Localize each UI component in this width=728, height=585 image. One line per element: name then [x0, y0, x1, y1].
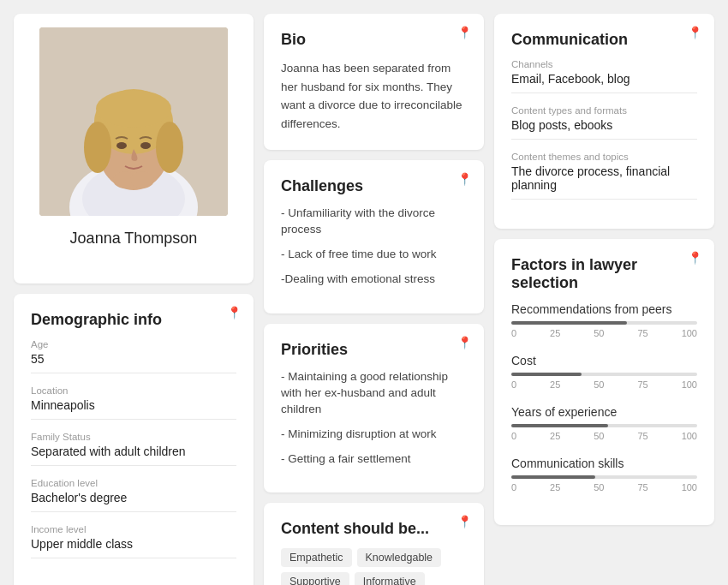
factor-item: Communication skills0255075100: [511, 457, 697, 492]
demo-title: Demographic info: [31, 311, 236, 329]
svg-point-7: [156, 122, 183, 173]
slider-labels: 0255075100: [511, 482, 697, 492]
tags-container: EmpatheticKnowledgableSupportiveInformat…: [281, 548, 467, 585]
field-value: Bachelor's degree: [31, 491, 236, 512]
slider-label: 100: [682, 431, 697, 441]
slider-label: 75: [637, 482, 647, 492]
factor-slider-fill: [511, 321, 627, 325]
priorities-title: Priorities: [281, 341, 467, 359]
field-value: 55: [31, 352, 236, 373]
slider-labels: 0255075100: [511, 328, 697, 338]
factor-name: Cost: [511, 354, 697, 367]
comm-title: Communication: [511, 31, 697, 49]
slider-label: 100: [682, 379, 697, 390]
bio-card: 📍 Bio Joanna has been separated from her…: [264, 14, 484, 150]
priorities-list: - Maintaining a good relationship with h…: [281, 369, 467, 467]
bio-pin-icon: 📍: [457, 26, 472, 39]
comm-pin-icon: 📍: [688, 26, 702, 39]
challenges-title: Challenges: [281, 177, 467, 195]
slider-label: 0: [511, 379, 516, 390]
comm-section: Content types and formatsBlog posts, ebo…: [511, 105, 697, 140]
comm-section-label: Channels: [511, 59, 697, 69]
field-label: Education level: [31, 478, 236, 488]
demographic-field: Age55: [31, 339, 236, 373]
svg-point-8: [96, 90, 171, 128]
comm-section-value: Email, Facebook, blog: [511, 72, 697, 93]
slider-label: 50: [594, 379, 604, 390]
factor-item: Years of experience0255075100: [511, 405, 697, 441]
communication-card: 📍 Communication ChannelsEmail, Facebook,…: [494, 14, 714, 229]
profile-image: [39, 27, 228, 216]
slider-label: 0: [511, 482, 516, 492]
comm-section-label: Content themes and topics: [511, 152, 697, 162]
factors-pin-icon: 📍: [688, 251, 702, 265]
priority-item: - Maintaining a good relationship with h…: [281, 369, 467, 418]
demo-fields: Age55LocationMinneapolisFamily StatusSep…: [31, 339, 236, 558]
bio-text: Joanna has been separated from her husba…: [281, 59, 467, 133]
slider-label: 0: [511, 328, 516, 338]
slider-labels: 0255075100: [511, 379, 697, 390]
factor-slider-track[interactable]: [511, 321, 697, 325]
content-tag: Supportive: [281, 572, 349, 585]
priority-item: - Getting a fair settlement: [281, 451, 467, 468]
factors-card: 📍 Factors in lawyer selection Recommenda…: [494, 239, 714, 525]
slider-label: 50: [594, 328, 604, 338]
demographic-field: Family StatusSeparated with adult childr…: [31, 432, 236, 466]
priorities-pin-icon: 📍: [457, 336, 472, 349]
bio-title: Bio: [281, 31, 467, 49]
field-label: Family Status: [31, 432, 236, 442]
demographic-card: 📍 Demographic info Age55LocationMinneapo…: [14, 294, 254, 585]
content-title: Content should be...: [281, 520, 467, 538]
comm-section-value: Blog posts, ebooks: [511, 118, 697, 140]
content-tag: Knowledgable: [357, 548, 442, 567]
factor-slider-fill: [511, 424, 608, 427]
slider-labels: 0255075100: [511, 431, 697, 441]
challenges-card: 📍 Challenges - Unfamiliarity with the di…: [264, 160, 484, 313]
field-label: Age: [31, 339, 236, 349]
factor-item: Recommendations from peers0255075100: [511, 302, 697, 338]
priority-item: - Minimizing disruption at work: [281, 427, 467, 443]
comm-section: Content themes and topicsThe divorce pro…: [511, 152, 697, 200]
slider-label: 25: [550, 379, 560, 390]
demographic-field: LocationMinneapolis: [31, 385, 236, 420]
factors-title: Factors in lawyer selection: [511, 256, 697, 292]
challenges-list: - Unfamiliarity with the divorce process…: [281, 206, 467, 288]
content-card: 📍 Content should be... EmpatheticKnowled…: [264, 503, 484, 585]
factor-slider-fill: [511, 475, 595, 479]
slider-label: 0: [511, 431, 516, 441]
slider-label: 50: [594, 482, 604, 492]
factor-name: Recommendations from peers: [511, 302, 697, 316]
field-value: Minneapolis: [31, 398, 236, 420]
profile-name: Joanna Thompson: [70, 230, 198, 248]
slider-label: 25: [550, 431, 560, 441]
field-value: Separated with adult children: [31, 445, 236, 466]
demographic-field: Education levelBachelor's degree: [31, 478, 236, 512]
content-pin-icon: 📍: [457, 515, 472, 528]
factor-item: Cost0255075100: [511, 354, 697, 390]
svg-point-6: [84, 122, 111, 173]
comm-section: ChannelsEmail, Facebook, blog: [511, 59, 697, 93]
slider-label: 75: [637, 431, 647, 441]
challenge-item: - Lack of free time due to work: [281, 247, 467, 263]
demo-pin-icon: 📍: [227, 306, 242, 319]
demographic-field: Income levelUpper middle class: [31, 524, 236, 558]
svg-point-10: [140, 142, 151, 149]
slider-label: 100: [682, 482, 697, 492]
svg-point-12: [130, 171, 154, 188]
challenge-item: - Unfamiliarity with the divorce process: [281, 206, 467, 238]
comm-section-label: Content types and formats: [511, 105, 697, 116]
slider-label: 100: [682, 328, 697, 338]
content-tag: Empathetic: [281, 548, 352, 567]
field-label: Income level: [31, 524, 236, 534]
slider-label: 50: [594, 431, 604, 441]
comm-sections: ChannelsEmail, Facebook, blogContent typ…: [511, 59, 697, 200]
slider-label: 25: [550, 328, 560, 338]
factor-slider-fill: [511, 373, 582, 376]
factor-slider-track[interactable]: [511, 373, 697, 376]
factor-slider-track[interactable]: [511, 424, 697, 427]
slider-label: 75: [637, 379, 647, 390]
factor-slider-track[interactable]: [511, 475, 697, 479]
comm-section-value: The divorce process, financial planning: [511, 164, 697, 200]
slider-label: 75: [637, 328, 647, 338]
priorities-card: 📍 Priorities - Maintaining a good relati…: [264, 324, 484, 492]
